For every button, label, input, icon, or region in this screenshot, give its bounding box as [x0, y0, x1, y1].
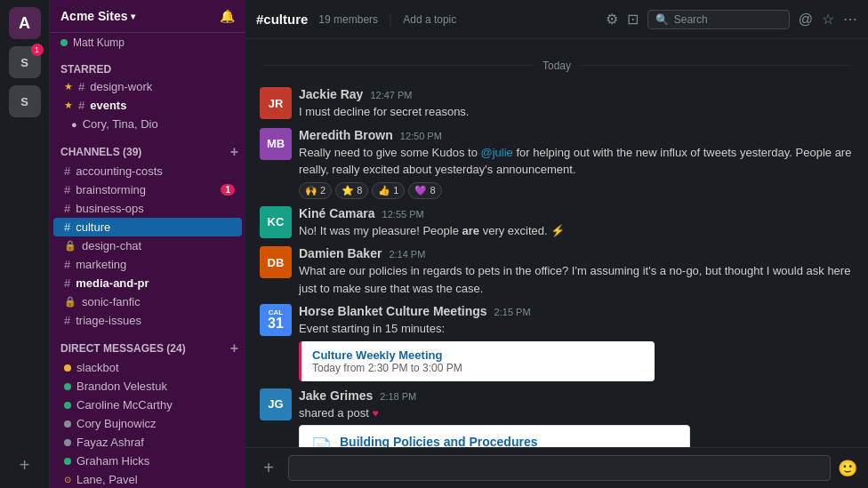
add-channel-icon[interactable]: + — [230, 144, 238, 160]
sidebar-item-brainstorming[interactable]: # brainstorming 1 — [53, 180, 242, 199]
messages-area: Today JR Jackie Ray 12:47 PM I must decl… — [245, 39, 868, 447]
sidebar-item-cory-b[interactable]: Cory Bujnowicz — [53, 414, 242, 433]
dm-header[interactable]: DIRECT MESSAGES (24) + — [50, 337, 245, 358]
search-input[interactable] — [674, 13, 782, 26]
add-workspace-button[interactable]: + — [9, 449, 41, 481]
time-kine: 12:55 PM — [382, 209, 424, 220]
search-box[interactable]: 🔍 — [647, 10, 790, 29]
author-kine[interactable]: Kiné Camara — [299, 206, 375, 220]
badge-brainstorming: 1 — [221, 184, 235, 196]
sidebar-item-lane-pavel[interactable]: ⊙ Lane, Pavel — [53, 470, 242, 488]
sidebar-item-fayaz[interactable]: Fayaz Ashraf — [53, 433, 242, 452]
time-damien1: 2:14 PM — [389, 249, 425, 260]
sidebar-item-business-ops[interactable]: # business-ops — [53, 199, 242, 218]
message-header-jake: Jake Grimes 2:18 PM — [299, 388, 854, 403]
workspace-icon-2[interactable]: S 1 — [9, 46, 41, 78]
star-icon: ★ — [64, 100, 73, 111]
gear-icon[interactable]: ⚙ — [606, 11, 618, 28]
search-icon: 🔍 — [655, 13, 669, 26]
message-header-calendar: Horse Blanket Culture Meetings 2:15 PM — [299, 304, 854, 318]
workspace-name[interactable]: Acme Sites ▾ — [60, 9, 135, 23]
user-name: Matt Kump — [73, 36, 125, 49]
reaction-heart[interactable]: 💜 8 — [408, 182, 441, 199]
sidebar-item-triage-issues[interactable]: # triage-issues — [53, 311, 242, 330]
sidebar-item-design-chat[interactable]: 🔒 design-chat — [53, 236, 242, 255]
event-title[interactable]: Culture Weekly Meeting — [312, 348, 644, 362]
message-calendar: CAL 31 Horse Blanket Culture Meetings 2:… — [245, 300, 868, 385]
starred-header[interactable]: STARRED — [50, 60, 245, 77]
workspace-icon-3[interactable]: S — [9, 85, 41, 117]
status-dot-gray — [64, 439, 71, 446]
sidebar-item-media-and-pr[interactable]: # media-and-pr — [53, 274, 242, 292]
post-title[interactable]: Building Policies and Procedures — [340, 435, 538, 447]
more-icon[interactable]: ⋯ — [843, 11, 857, 28]
starred-section: STARRED ★ # design-work ★ # events ● Cor… — [50, 56, 245, 137]
message-body-meredith: Meredith Brown 12:50 PM Really need to g… — [299, 128, 854, 199]
sidebar-item-design-work[interactable]: ★ # design-work — [53, 77, 242, 96]
author-damien1[interactable]: Damien Baker — [299, 246, 382, 260]
star-icon[interactable]: ☆ — [822, 11, 834, 28]
sidebar-item-cory-tina-dio[interactable]: ● Cory, Tina, Dio — [53, 115, 242, 133]
avatar-calendar: CAL 31 — [260, 304, 292, 336]
message-body-jackie: Jackie Ray 12:47 PM I must decline for s… — [299, 87, 854, 121]
sidebar-item-culture[interactable]: # culture — [53, 218, 242, 236]
reaction-star[interactable]: ⭐ 8 — [335, 182, 368, 199]
time-jackie: 12:47 PM — [370, 90, 412, 100]
sidebar-item-accounting-costs[interactable]: # accounting-costs — [53, 162, 242, 180]
text-meredith: Really need to give some Kudos to @julie… — [299, 144, 854, 179]
multi-dot-icon: ⊙ — [64, 475, 71, 484]
at-icon[interactable]: @ — [799, 12, 813, 28]
sidebar-item-graham[interactable]: Graham Hicks — [53, 452, 242, 470]
badge-2: 1 — [31, 44, 44, 56]
event-card[interactable]: Culture Weekly Meeting Today from 2:30 P… — [299, 341, 655, 381]
avatar-damien1: DB — [260, 246, 292, 278]
message-damien1: DB Damien Baker 2:14 PM What are our pol… — [245, 243, 868, 300]
sidebar-item-sonic-fanfic[interactable]: 🔒 sonic-fanfic — [53, 292, 242, 311]
sidebar-item-caroline[interactable]: Caroline McCarthy — [53, 396, 242, 414]
author-meredith[interactable]: Meredith Brown — [299, 128, 393, 142]
reactions-meredith: 🙌 2 ⭐ 8 👍 1 💜 8 — [299, 182, 854, 199]
time-meredith: 12:50 PM — [400, 131, 442, 141]
reaction-thumbs[interactable]: 👍 1 — [372, 182, 405, 199]
add-message-button[interactable]: + — [256, 456, 281, 481]
date-divider: Today — [245, 57, 868, 73]
workspace-logo-2: S — [20, 56, 28, 69]
message-kine: KC Kiné Camara 12:55 PM No! It was my pl… — [245, 203, 868, 244]
workspace-icon-acme[interactable]: A — [9, 7, 41, 39]
message-header-jackie: Jackie Ray 12:47 PM — [299, 87, 854, 101]
message-header-damien1: Damien Baker 2:14 PM — [299, 246, 854, 260]
text-kine: No! It was my pleasure! People are very … — [299, 222, 854, 240]
message-jake: JG Jake Grimes 2:18 PM shared a post ♥ 📄… — [245, 385, 868, 448]
avatar-jackie: JR — [260, 87, 292, 119]
workspace-logo: A — [19, 14, 30, 33]
status-dot-yellow — [64, 364, 71, 372]
sidebar-item-brandon[interactable]: Brandon Velestuk — [53, 377, 242, 396]
event-time: Today from 2:30 PM to 3:00 PM — [312, 362, 644, 374]
mention-julie[interactable]: @julie — [481, 146, 513, 159]
doc-icon: 📄 — [310, 436, 333, 447]
add-topic-button[interactable]: Add a topic — [403, 13, 456, 26]
author-calendar[interactable]: Horse Blanket Culture Meetings — [299, 304, 487, 318]
sidebar-item-events[interactable]: ★ # events — [53, 96, 242, 115]
message-input[interactable] — [288, 455, 831, 481]
channel-name: #culture — [256, 12, 308, 27]
message-body-calendar: Horse Blanket Culture Meetings 2:15 PM E… — [299, 304, 854, 381]
workspace-logo-3: S — [20, 95, 28, 108]
author-jake[interactable]: Jake Grimes — [299, 388, 373, 403]
emoji-icon[interactable]: 🙂 — [838, 459, 857, 478]
add-dm-icon[interactable]: + — [230, 340, 238, 356]
member-count[interactable]: 19 members — [318, 13, 378, 26]
workspace-header: Acme Sites ▾ 🔔 — [50, 0, 245, 33]
time-calendar: 2:15 PM — [494, 307, 531, 317]
reaction-clap[interactable]: 🙌 2 — [299, 182, 332, 199]
sidebar-item-marketing[interactable]: # marketing — [53, 255, 242, 274]
channels-header[interactable]: CHANNELS (39) + — [50, 140, 245, 162]
channels-section: CHANNELS (39) + # accounting-costs # bra… — [50, 137, 245, 333]
author-jackie[interactable]: Jackie Ray — [299, 87, 363, 101]
sidebar-item-slackbot[interactable]: slackbot — [53, 358, 242, 377]
icon-bar: A S 1 S + — [0, 0, 50, 488]
layout-icon[interactable]: ⊡ — [627, 11, 639, 28]
shared-post-card[interactable]: 📄 Building Policies and Procedures Last … — [299, 425, 690, 447]
topbar-icons: ⚙ ⊡ 🔍 @ ☆ ⋯ — [606, 10, 857, 29]
bell-icon[interactable]: 🔔 — [220, 9, 235, 23]
